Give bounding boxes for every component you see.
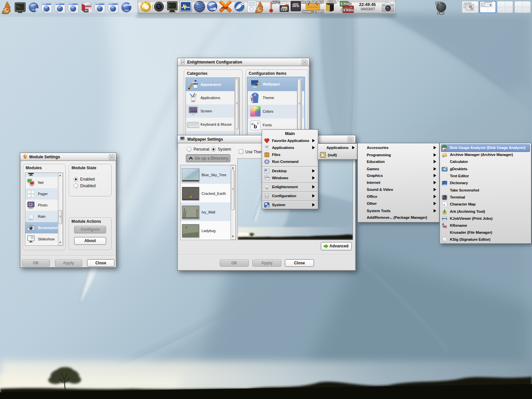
svg-text:Sig: Sig xyxy=(443,240,446,242)
svg-text:b: b xyxy=(254,124,257,129)
svg-text:Real: 64.36%: Real: 64.36% xyxy=(301,0,324,4)
svg-text:FULL: FULL xyxy=(328,0,336,4)
svg-text:23 Kb/s: 23 Kb/s xyxy=(341,8,354,12)
svg-text:>: > xyxy=(169,4,171,7)
svg-text:A: A xyxy=(442,223,444,226)
svg-text:>_: >_ xyxy=(17,5,20,8)
svg-text:733: 733 xyxy=(280,8,286,12)
svg-text:6 Kb/s: 6 Kb/s xyxy=(340,2,351,6)
svg-text:64°C: 64°C xyxy=(272,0,280,4)
svg-text:16%: 16% xyxy=(292,4,299,8)
svg-text:a: a xyxy=(251,121,254,126)
svg-text:chat: chat xyxy=(221,6,228,9)
svg-text:04/03/07: 04/03/07 xyxy=(361,7,375,11)
svg-text:Swap: 1.68%: Swap: 1.68% xyxy=(302,9,324,13)
svg-text:q: q xyxy=(444,203,445,206)
svg-text:B: B xyxy=(445,225,447,229)
svg-text:c: c xyxy=(257,122,259,125)
svg-text:22:49:45: 22:49:45 xyxy=(359,2,376,7)
